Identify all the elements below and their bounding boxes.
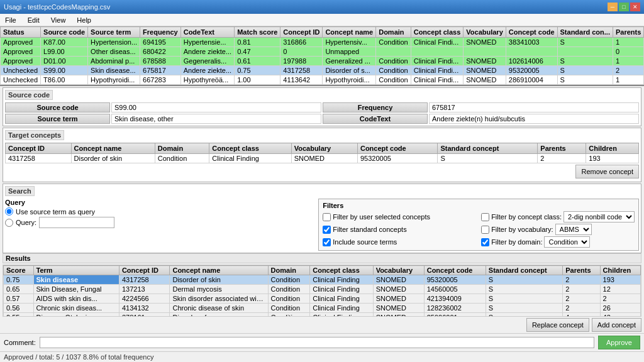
filter-vocabulary-select[interactable]: ABMS bbox=[555, 224, 592, 235]
results-table-header-cell[interactable]: Children bbox=[600, 266, 640, 275]
table-cell: 95320005 bbox=[424, 275, 486, 285]
table-cell: 26 bbox=[600, 304, 640, 313]
table-cell: Unchecked bbox=[1, 75, 41, 85]
results-table-header-cell[interactable]: Standard concept bbox=[486, 266, 562, 275]
table-row[interactable]: UncheckedS99.00Skin disease...675817Ande… bbox=[1, 66, 645, 75]
table-cell: 0.75 bbox=[4, 275, 34, 285]
use-source-term-label: Use source term as query bbox=[16, 208, 95, 216]
target-table-header-cell[interactable]: Concept class bbox=[209, 143, 291, 154]
results-table-header-cell[interactable]: Score bbox=[4, 266, 34, 275]
table-row[interactable]: ApprovedL99.00Other diseas...680422Ander… bbox=[1, 47, 645, 57]
top-table-header-cell[interactable]: Concept name bbox=[323, 27, 376, 38]
top-table-header-cell[interactable]: Frequency bbox=[140, 27, 181, 38]
table-cell: Andere ziekte... bbox=[180, 47, 234, 57]
target-table-header-cell[interactable]: Vocabulary bbox=[291, 143, 357, 154]
table-cell: SNOMED bbox=[373, 275, 424, 285]
query-input[interactable] bbox=[39, 217, 114, 228]
table-row[interactable]: 0.65Skin Disease, Fungal137213Dermal myc… bbox=[4, 285, 641, 294]
source-code-section: Source code Source code S99.00 Frequency… bbox=[3, 87, 641, 126]
table-cell: Clinical Findi... bbox=[411, 66, 464, 75]
table-row[interactable]: ApprovedD01.00Abdominal p...678588Gegene… bbox=[1, 57, 645, 66]
target-table-header-cell[interactable]: Concept code bbox=[357, 143, 437, 154]
filters-box: Filters Filter by user selected concepts… bbox=[318, 199, 639, 251]
top-table-header-cell[interactable]: Vocabulary bbox=[464, 27, 506, 38]
table-cell: 0.65 bbox=[4, 285, 34, 294]
menu-file[interactable]: File bbox=[3, 16, 19, 25]
table-cell: 197988 bbox=[280, 57, 323, 66]
table-cell: 0 bbox=[280, 47, 323, 57]
target-table-header-cell[interactable]: Standard concept bbox=[438, 143, 538, 154]
results-table-header-cell[interactable]: Concept class bbox=[310, 266, 373, 275]
table-cell: 14560005 bbox=[424, 285, 486, 294]
menu-edit[interactable]: Edit bbox=[25, 16, 42, 25]
table-cell: 680422 bbox=[140, 47, 181, 57]
target-table: Concept IDConcept nameDomainConcept clas… bbox=[5, 143, 639, 163]
table-cell: Clinical Findi... bbox=[411, 75, 464, 85]
target-table-header-cell[interactable]: Concept name bbox=[71, 143, 155, 154]
results-table-header-cell[interactable]: Domain bbox=[268, 266, 310, 275]
top-table-header-cell[interactable]: Domain bbox=[376, 27, 411, 38]
replace-concept-button[interactable]: Replace concept bbox=[526, 318, 589, 332]
results-table-header-cell[interactable]: Concept code bbox=[424, 266, 486, 275]
top-table-header-cell[interactable]: CodeText bbox=[180, 27, 234, 38]
table-cell: Clinical Finding bbox=[310, 285, 373, 294]
filter-vocabulary-checkbox[interactable] bbox=[481, 226, 489, 234]
table-cell: Hypothyreöä... bbox=[180, 75, 234, 85]
table-row[interactable]: 0.57AIDS with skin dis...4224566Skin dis… bbox=[4, 294, 641, 304]
table-row[interactable]: ApprovedK87.00Hypertension...694195Hyper… bbox=[1, 38, 645, 47]
sc-label-freq: Frequency bbox=[323, 102, 428, 112]
close-button[interactable]: ✕ bbox=[630, 3, 640, 11]
filter-standard-checkbox[interactable] bbox=[323, 226, 331, 234]
filter-domain-checkbox[interactable] bbox=[481, 238, 489, 246]
minimize-button[interactable]: ─ bbox=[608, 3, 618, 11]
results-table: ScoreTermConcept IDConcept nameDomainCon… bbox=[3, 265, 641, 317]
results-table-header-cell[interactable]: Term bbox=[33, 266, 119, 275]
menu-view[interactable]: View bbox=[48, 16, 69, 25]
use-source-term-radio[interactable] bbox=[5, 207, 13, 216]
table-cell bbox=[557, 47, 613, 57]
results-table-header-cell[interactable]: Concept ID bbox=[119, 266, 170, 275]
menu-help[interactable]: Help bbox=[74, 16, 94, 25]
query-radio[interactable] bbox=[5, 219, 13, 227]
target-table-wrap: Concept IDConcept nameDomainConcept clas… bbox=[5, 143, 639, 163]
comment-input[interactable] bbox=[40, 337, 594, 348]
filter-concept-class-checkbox[interactable] bbox=[481, 213, 489, 221]
results-table-header-cell[interactable]: Concept name bbox=[170, 266, 268, 275]
table-cell: Disorder of skin bbox=[71, 154, 155, 163]
filter-domain-row: Filter by domain: Condition bbox=[481, 236, 635, 248]
top-table-header-cell[interactable]: Parents bbox=[613, 27, 643, 38]
filter-domain-select[interactable]: Condition bbox=[544, 236, 590, 248]
filter-concept-class-label: Filter by concept class: bbox=[491, 213, 562, 221]
filter-concept-class-select[interactable]: 2-dig nonbill code bbox=[564, 211, 635, 222]
results-table-header-cell[interactable]: Parents bbox=[563, 266, 600, 275]
approve-button[interactable]: Approve bbox=[598, 336, 640, 349]
results-table-header-cell[interactable]: Vocabulary bbox=[373, 266, 424, 275]
table-cell: Disorder of s... bbox=[323, 66, 376, 75]
add-concept-button[interactable]: Add concept bbox=[592, 318, 641, 332]
top-table-header-cell[interactable]: Match score bbox=[235, 27, 280, 38]
top-table-header-cell[interactable]: Source term bbox=[88, 27, 140, 38]
table-cell: 1 bbox=[613, 75, 643, 85]
top-table-header-cell[interactable]: Source code bbox=[41, 27, 88, 38]
table-row[interactable]: 4317258Disorder of skinConditionClinical… bbox=[6, 154, 639, 163]
remove-concept-button[interactable]: Remove concept bbox=[575, 165, 639, 178]
target-table-header-cell[interactable]: Children bbox=[586, 143, 639, 154]
table-row[interactable]: 0.75Skin disease4317258Disorder of skinC… bbox=[4, 275, 641, 285]
target-table-header-cell[interactable]: Domain bbox=[155, 143, 209, 154]
top-table-header-cell[interactable]: Status bbox=[1, 27, 41, 38]
top-table-header-cell[interactable]: Concept code bbox=[506, 27, 557, 38]
top-table-header-cell[interactable]: Standard con... bbox=[557, 27, 613, 38]
top-table-header-cell[interactable]: Concept class bbox=[411, 27, 464, 38]
table-row[interactable]: 0.56Chronic skin diseas...4134132Chronic… bbox=[4, 304, 641, 313]
filter-user-selected-checkbox[interactable] bbox=[323, 213, 331, 221]
target-table-header-cell[interactable]: Concept ID bbox=[6, 143, 72, 154]
table-cell: 2 bbox=[563, 285, 600, 294]
query-radio-group: Use source term as query Query: bbox=[5, 207, 313, 228]
target-table-header-cell[interactable]: Parents bbox=[538, 143, 586, 154]
table-row[interactable]: UncheckedT86.00Hypothyroidi...667283Hypo… bbox=[1, 75, 645, 85]
filter-include-source-checkbox[interactable] bbox=[323, 238, 331, 246]
filter-standard-row: Filter standard concepts bbox=[323, 224, 476, 235]
top-table-header-cell[interactable]: Concept ID bbox=[280, 27, 323, 38]
table-cell: 0.81 bbox=[235, 38, 280, 47]
maximize-button[interactable]: □ bbox=[619, 3, 629, 11]
